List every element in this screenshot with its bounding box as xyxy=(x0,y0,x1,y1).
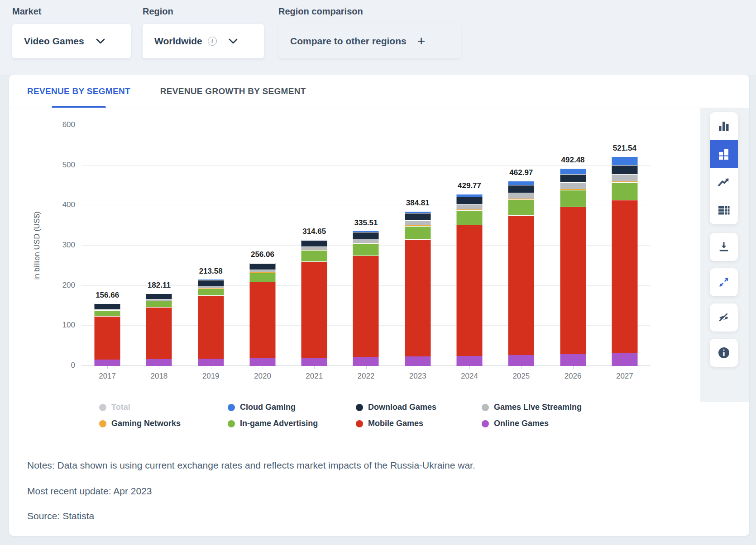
hide-button[interactable] xyxy=(710,303,738,332)
bar-segment-online-games-2025[interactable] xyxy=(508,355,534,366)
bar-segment-mobile-games-2025[interactable] xyxy=(508,215,534,355)
bar-segment-mobile-games-2019[interactable] xyxy=(198,295,224,359)
bar-segment-games-live-streaming-2023[interactable] xyxy=(405,220,431,225)
bar-segment-in-game-advertising-2027[interactable] xyxy=(612,182,637,200)
bar-segment-mobile-games-2027[interactable] xyxy=(612,200,637,353)
column-chart-icon[interactable] xyxy=(710,112,738,140)
bar-segment-in-game-advertising-2026[interactable] xyxy=(560,190,586,207)
bar-segment-download-games-2022[interactable] xyxy=(353,232,379,239)
bar-segment-mobile-games-2021[interactable] xyxy=(301,261,327,358)
tab-revenue-by-segment[interactable]: REVENUE BY SEGMENT xyxy=(27,80,130,104)
legend-item-download-games[interactable]: Download Games xyxy=(356,403,482,412)
legend-dot xyxy=(356,404,363,411)
market-filter-group: Market Video Games xyxy=(12,6,131,58)
bar-segment-mobile-games-2026[interactable] xyxy=(560,207,586,354)
region-dropdown[interactable]: Worldwide i xyxy=(143,24,264,58)
bar-segment-online-games-2018[interactable] xyxy=(146,359,172,366)
bar-segment-download-games-2019[interactable] xyxy=(198,280,224,286)
bar-segment-download-games-2025[interactable] xyxy=(508,185,534,193)
bar-segment-mobile-games-2023[interactable] xyxy=(405,239,431,356)
bar-2023[interactable] xyxy=(405,211,431,366)
bar-slot-2018: 182.11 xyxy=(133,125,185,366)
source-text: Source: Statista xyxy=(27,511,94,521)
legend-item-mobile-games[interactable]: Mobile Games xyxy=(356,419,482,428)
bar-segment-in-game-advertising-2023[interactable] xyxy=(405,226,431,239)
bar-segment-download-games-2018[interactable] xyxy=(146,294,172,299)
chevron-down-icon xyxy=(96,38,105,44)
info-icon[interactable]: i xyxy=(208,37,217,46)
bar-segment-games-live-streaming-2025[interactable] xyxy=(508,193,534,199)
bar-segment-online-games-2027[interactable] xyxy=(612,353,637,366)
bar-segment-in-game-advertising-2017[interactable] xyxy=(95,310,120,316)
bar-segment-in-game-advertising-2018[interactable] xyxy=(146,301,172,307)
legend-item-online-games[interactable]: Online Games xyxy=(482,419,582,428)
plot-area: 0100200300400500600156.662017182.1120182… xyxy=(81,125,651,366)
bar-2019[interactable] xyxy=(198,280,224,366)
bar-2022[interactable] xyxy=(353,231,379,366)
bar-segment-in-game-advertising-2020[interactable] xyxy=(249,273,275,282)
bar-segment-cloud-gaming-2025[interactable] xyxy=(508,181,534,185)
bar-segment-download-games-2020[interactable] xyxy=(249,263,275,270)
bar-segment-online-games-2022[interactable] xyxy=(353,357,379,366)
total-label-2026: 492.48 xyxy=(544,156,603,165)
bar-segment-mobile-games-2018[interactable] xyxy=(146,307,172,359)
bar-segment-online-games-2017[interactable] xyxy=(95,360,120,366)
bar-segment-games-live-streaming-2022[interactable] xyxy=(353,239,379,243)
data-table-icon[interactable] xyxy=(710,196,738,224)
bar-segment-mobile-games-2020[interactable] xyxy=(249,282,275,358)
info-button[interactable] xyxy=(710,339,738,367)
x-label-2018: 2018 xyxy=(150,372,167,381)
bar-segment-download-games-2017[interactable] xyxy=(95,303,120,309)
bar-segment-mobile-games-2022[interactable] xyxy=(353,256,379,357)
tab-revenue-growth-by-segment[interactable]: REVENUE GROWTH BY SEGMENT xyxy=(160,80,306,104)
bar-segment-games-live-streaming-2024[interactable] xyxy=(457,204,483,209)
legend-item-cloud-gaming[interactable]: Cloud Gaming xyxy=(228,403,356,412)
bar-segment-games-live-streaming-2026[interactable] xyxy=(560,182,586,189)
bar-segment-cloud-gaming-2027[interactable] xyxy=(612,156,637,165)
fullscreen-button[interactable] xyxy=(710,268,738,296)
bar-segment-online-games-2021[interactable] xyxy=(301,358,327,366)
bar-2018[interactable] xyxy=(146,294,172,366)
bar-2024[interactable] xyxy=(457,194,483,366)
market-dropdown[interactable]: Video Games xyxy=(12,24,131,58)
line-chart-icon[interactable] xyxy=(710,168,738,196)
compare-regions-button[interactable]: Compare to other regions + xyxy=(278,24,461,58)
legend-item-total[interactable]: Total xyxy=(99,403,228,412)
bar-segment-online-games-2024[interactable] xyxy=(457,356,483,366)
legend-dot xyxy=(99,420,106,427)
y-tick-label-0: 0 xyxy=(71,361,75,370)
bar-2021[interactable] xyxy=(301,240,327,366)
legend-item-gaming-networks[interactable]: Gaming Networks xyxy=(99,419,228,428)
bar-segment-mobile-games-2024[interactable] xyxy=(457,225,483,356)
download-icon xyxy=(718,242,729,252)
legend-item-in-game-advertising[interactable]: In-game Advertising xyxy=(228,419,356,428)
bar-segment-online-games-2023[interactable] xyxy=(405,356,431,366)
bar-2020[interactable] xyxy=(249,263,275,366)
download-button[interactable] xyxy=(710,233,738,261)
bar-2025[interactable] xyxy=(508,181,534,366)
bar-segment-download-games-2023[interactable] xyxy=(405,213,431,220)
legend-item-games-live-streaming[interactable]: Games Live Streaming xyxy=(482,403,582,412)
bar-segment-in-game-advertising-2022[interactable] xyxy=(353,243,379,256)
bar-segment-mobile-games-2017[interactable] xyxy=(95,316,120,360)
bar-segment-cloud-gaming-2026[interactable] xyxy=(560,168,586,174)
bar-segment-online-games-2020[interactable] xyxy=(249,358,275,366)
bar-segment-download-games-2024[interactable] xyxy=(457,197,483,204)
bar-segment-download-games-2027[interactable] xyxy=(612,165,637,174)
bar-segment-games-live-streaming-2027[interactable] xyxy=(612,174,637,181)
bar-segment-online-games-2019[interactable] xyxy=(198,359,224,366)
y-tick-label-200: 200 xyxy=(62,281,75,290)
x-label-2017: 2017 xyxy=(99,372,116,381)
bar-2026[interactable] xyxy=(560,168,586,366)
bar-segment-in-game-advertising-2024[interactable] xyxy=(457,210,483,225)
bar-2017[interactable] xyxy=(95,303,120,366)
bar-segment-games-live-streaming-2021[interactable] xyxy=(301,246,327,250)
bar-segment-in-game-advertising-2021[interactable] xyxy=(301,250,327,261)
bar-segment-download-games-2021[interactable] xyxy=(301,240,327,246)
bar-segment-download-games-2026[interactable] xyxy=(560,174,586,182)
stacked-column-chart-icon[interactable] xyxy=(710,140,738,168)
bar-segment-in-game-advertising-2025[interactable] xyxy=(508,199,534,215)
bar-2027[interactable] xyxy=(612,156,637,366)
bar-segment-in-game-advertising-2019[interactable] xyxy=(198,289,224,295)
bar-segment-online-games-2026[interactable] xyxy=(560,354,586,366)
